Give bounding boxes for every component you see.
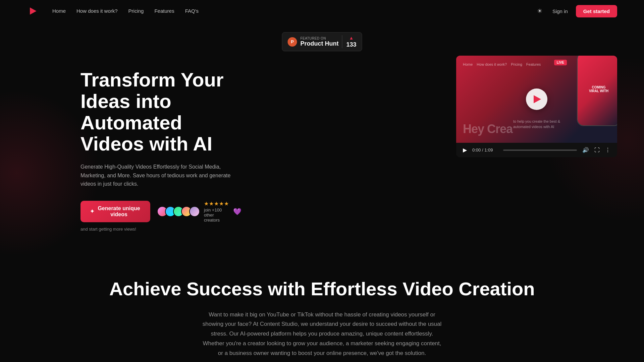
heart-icon: 💜 <box>233 207 241 216</box>
video-time-display: 0:00 / 1:09 <box>472 147 499 153</box>
video-fullscreen-button[interactable]: ⛶ <box>593 145 601 155</box>
generate-btn-label: Generate unique videos <box>97 205 141 218</box>
video-more-button[interactable]: ⋮ <box>604 145 612 155</box>
sun-icon: ☀ <box>537 8 542 14</box>
svg-marker-0 <box>30 7 37 14</box>
avatar <box>189 206 200 217</box>
section-2: Achieve Success with Effortless Video Cr… <box>0 252 644 362</box>
video-controls: ▶ 0:00 / 1:09 🔊 ⛶ ⋮ <box>456 143 617 157</box>
nav-left: Home How does it work? Pricing Features … <box>27 5 199 17</box>
logo[interactable] <box>27 5 39 17</box>
wand-icon: ✦ <box>90 208 94 215</box>
creators-word: creators <box>204 218 220 223</box>
social-proof: ★★★★★ join +100 other creators 💜 <box>157 200 241 223</box>
nav-links: Home How does it work? Pricing Features … <box>52 8 199 14</box>
section-2-subtitle: Want to make it big on YouTube or TikTok… <box>201 310 443 358</box>
product-hunt-number: 133 <box>346 41 356 48</box>
phone-mockup: COMINGVIRAL WITH <box>577 56 617 126</box>
nav-right: ☀ Sign in Get started <box>535 5 617 17</box>
video-play-control-button[interactable]: ▶ <box>462 145 468 155</box>
product-hunt-badge[interactable]: P FEATURED ON Product Hunt ▲ 133 <box>282 32 362 51</box>
hero-subtext: and start getting more views! <box>80 227 241 232</box>
hero-cta-row: ✦ Generate unique videos ★★★★★ join +100… <box>80 200 241 223</box>
product-hunt-text: FEATURED ON Product Hunt <box>300 37 338 47</box>
nav-how[interactable]: How does it work? <box>76 8 118 14</box>
avatar-group <box>157 206 200 217</box>
product-hunt-featured-label: FEATURED ON <box>300 37 338 40</box>
video-badge: LIVE <box>554 60 567 65</box>
product-hunt-title: Product Hunt <box>300 40 338 47</box>
nav-faqs[interactable]: FAQ's <box>185 8 199 14</box>
product-hunt-logo: P <box>287 37 297 47</box>
video-play-button[interactable] <box>526 88 547 110</box>
product-hunt-count: ▲ 133 <box>342 35 356 48</box>
creators-label: join +100 other creators <box>204 207 229 223</box>
video-mute-button[interactable]: 🔊 <box>581 145 590 155</box>
section-2-title: Achieve Success with Effortless Video Cr… <box>27 279 617 299</box>
theme-toggle-button[interactable]: ☀ <box>535 5 544 17</box>
phone-screen: COMINGVIRAL WITH <box>578 56 617 125</box>
get-started-button[interactable]: Get started <box>576 5 617 17</box>
rating-group: ★★★★★ join +100 other creators <box>204 200 229 223</box>
nav-home[interactable]: Home <box>52 8 66 14</box>
current-time: 0:00 <box>472 147 481 153</box>
video-controls-right: 🔊 ⛶ ⋮ <box>581 145 612 155</box>
video-progress-bar[interactable] <box>503 149 577 151</box>
video-text-overlay: Hey Crea <box>463 122 513 136</box>
hero-video-player: Home How does it work? Pricing Features … <box>456 56 617 157</box>
nav-pricing[interactable]: Pricing <box>128 8 144 14</box>
hero-section: P FEATURED ON Product Hunt ▲ 133 Transfo… <box>0 22 644 252</box>
star-icons: ★★★★★ <box>204 200 229 207</box>
play-icon <box>534 95 541 103</box>
nav-features[interactable]: Features <box>154 8 174 14</box>
total-time: 1:09 <box>484 147 493 153</box>
hero-subtitle: Generate High-Quality Videos Effortlessl… <box>80 163 235 188</box>
generate-videos-button[interactable]: ✦ Generate unique videos <box>80 201 150 222</box>
product-hunt-arrow-icon: ▲ <box>349 35 354 41</box>
hero-content: Transform Your Ideas into Automated Vide… <box>80 69 241 232</box>
hero-title: Transform Your Ideas into Automated Vide… <box>80 69 241 155</box>
join-text: join +100 other <box>204 207 222 218</box>
sign-in-button[interactable]: Sign in <box>552 8 568 14</box>
video-thumbnail: Home How does it work? Pricing Features … <box>456 56 617 143</box>
navbar: Home How does it work? Pricing Features … <box>0 0 644 22</box>
